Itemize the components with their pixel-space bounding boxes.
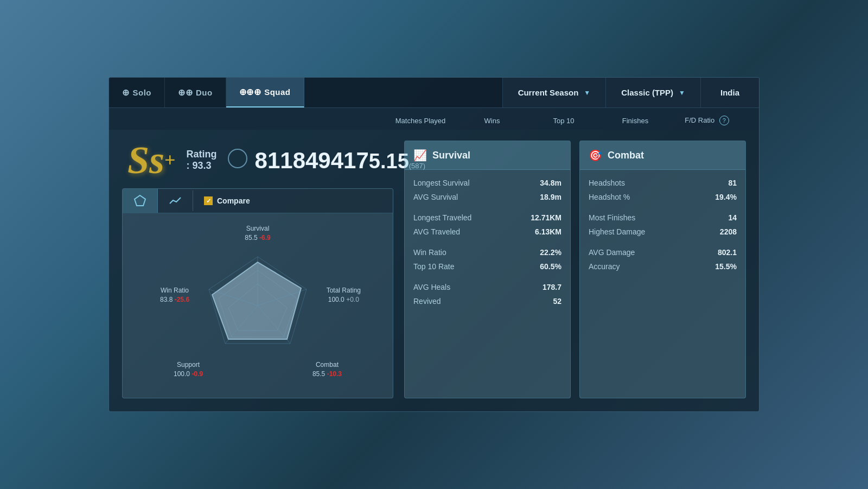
rating-value: Rating : 93.3 <box>187 149 217 172</box>
radar-label-support: Support 100.0 -0.9 <box>174 360 203 379</box>
radar-chart-svg <box>193 246 323 365</box>
stat-top10: 49 <box>305 149 331 172</box>
chart-section: ✓ Compare <box>122 188 393 398</box>
rank-badge: Ss+ <box>127 141 176 180</box>
nav-dropdowns: Current Season ▼ Classic (TPP) ▼ India <box>502 78 759 107</box>
mode-dropdown[interactable]: Classic (TPP) ▼ <box>605 78 700 107</box>
survival-icon: 📈 <box>413 149 427 162</box>
rank-text: Ss <box>127 141 164 180</box>
radar-label-survival: Survival 85.5 -6.9 <box>245 224 270 243</box>
tab-line[interactable] <box>158 190 193 211</box>
tab-pentagon[interactable] <box>123 189 158 213</box>
region-label: India <box>720 88 739 97</box>
tab-squad[interactable]: ⊕⊕⊕ Squad <box>226 78 304 107</box>
compare-label: Compare <box>217 196 250 205</box>
chevron-down-icon: ▼ <box>584 89 590 97</box>
stat-longest-traveled: Longest Traveled 12.71KM <box>413 213 561 222</box>
line-chart-icon <box>169 196 182 206</box>
survival-panel-header: 📈 Survival <box>405 141 570 170</box>
chart-tabs: ✓ Compare <box>123 189 393 213</box>
tab-duo-label: Duo <box>196 88 213 97</box>
header-finishes: Finishes <box>599 117 671 125</box>
stat-finishes: 417 <box>331 149 369 172</box>
combat-panel: 🎯 Combat Headshots 81 Headshot % 19.4% M… <box>579 141 746 398</box>
svg-marker-4 <box>212 262 301 339</box>
svg-marker-0 <box>135 195 145 206</box>
stat-top10-rate: Top 10 Rate 60.5% <box>413 262 561 271</box>
mode-tabs: ⊕ Solo ⊕⊕ Duo ⊕⊕⊕ Squad <box>109 78 304 107</box>
stat-matches-played: 81 <box>255 149 280 172</box>
header-matches: Matches Played <box>385 117 456 125</box>
stat-headshots: Headshots 81 <box>589 179 737 187</box>
fd-ratio-label: F/D Ratio <box>685 116 714 124</box>
left-panel: Ss+ Rating : 93.3 81 18 49 417 5.15(587) <box>122 141 393 398</box>
stats-header: Matches Played Wins Top 10 Finishes F/D … <box>109 108 759 130</box>
header-top10: Top 10 <box>528 117 599 125</box>
rating-section: Ss+ Rating : 93.3 81 18 49 417 5.15(587) <box>122 141 393 180</box>
tab-duo[interactable]: ⊕⊕ Duo <box>165 78 226 107</box>
tab-solo[interactable]: ⊕ Solo <box>109 78 165 107</box>
stat-avg-heals: AVG Heals 178.7 <box>413 283 561 291</box>
stat-most-finishes: Most Finishes 14 <box>589 213 737 222</box>
stats-header-cols: Matches Played Wins Top 10 Finishes F/D … <box>385 116 743 125</box>
season-label: Current Season <box>518 88 579 97</box>
tab-compare[interactable]: ✓ Compare <box>193 191 261 211</box>
combat-icon: 🎯 <box>589 149 602 162</box>
mode-label: Classic (TPP) <box>621 88 673 97</box>
chevron-down-icon: ▼ <box>679 89 685 97</box>
survival-panel-body: Longest Survival 34.8m AVG Survival 18.9… <box>405 170 570 320</box>
stats-numbers: 81 18 49 417 5.15(587) <box>228 149 426 172</box>
rating-info: Rating : 93.3 <box>187 149 217 172</box>
rank-plus: + <box>164 149 176 172</box>
region-display: India <box>700 78 759 107</box>
survival-title: Survival <box>432 150 470 161</box>
radar-label-win-ratio: Win Ratio 83.8 -25.6 <box>160 286 189 304</box>
radar-label-combat: Combat 85.5 -10.3 <box>312 360 342 379</box>
stat-avg-survival: AVG Survival 18.9m <box>413 193 561 201</box>
survival-panel: 📈 Survival Longest Survival 34.8m AVG Su… <box>404 141 571 398</box>
stat-headshot-pct: Headshot % 19.4% <box>589 193 737 201</box>
main-content: Ss+ Rating : 93.3 81 18 49 417 5.15(587) <box>109 130 759 411</box>
main-container: ⊕ Solo ⊕⊕ Duo ⊕⊕⊕ Squad Current Season ▼… <box>108 77 760 412</box>
stat-win-ratio: Win Ratio 22.2% <box>413 248 561 257</box>
tab-solo-label: Solo <box>133 88 152 97</box>
tab-squad-label: Squad <box>264 87 290 97</box>
combat-panel-header: 🎯 Combat <box>580 141 745 170</box>
fd-ratio-value: 5.15 <box>369 150 409 173</box>
header-wins: Wins <box>456 117 528 125</box>
right-panels: 📈 Survival Longest Survival 34.8m AVG Su… <box>404 141 746 398</box>
stat-highest-damage: Highest Damage 2208 <box>589 227 737 236</box>
compare-checkbox: ✓ <box>204 196 213 205</box>
stat-accuracy: Accuracy 15.5% <box>589 262 737 271</box>
stat-avg-damage: AVG Damage 802.1 <box>589 248 737 257</box>
combat-title: Combat <box>608 150 644 161</box>
top-nav: ⊕ Solo ⊕⊕ Duo ⊕⊕⊕ Squad Current Season ▼… <box>109 78 759 108</box>
combat-panel-body: Headshots 81 Headshot % 19.4% Most Finis… <box>580 170 745 285</box>
radar-container: Survival 85.5 -6.9 Total Rating 100.0 +0… <box>171 224 344 387</box>
help-icon[interactable]: ? <box>719 116 729 125</box>
player-circle-indicator <box>228 149 247 168</box>
solo-icon: ⊕ <box>122 87 130 98</box>
stat-avg-traveled: AVG Traveled 6.13KM <box>413 227 561 236</box>
stat-longest-survival: Longest Survival 34.8m <box>413 179 561 187</box>
pentagon-icon <box>133 194 146 207</box>
duo-icon: ⊕⊕ <box>178 87 193 98</box>
radar-label-total-rating: Total Rating 100.0 +0.0 <box>327 286 361 304</box>
squad-icon: ⊕⊕⊕ <box>239 87 261 97</box>
chart-body: Survival 85.5 -6.9 Total Rating 100.0 +0… <box>123 213 393 398</box>
stat-revived: Revived 52 <box>413 297 561 306</box>
header-fd: F/D Ratio ? <box>671 116 743 125</box>
stat-wins: 18 <box>280 149 305 172</box>
season-dropdown[interactable]: Current Season ▼ <box>502 78 606 107</box>
